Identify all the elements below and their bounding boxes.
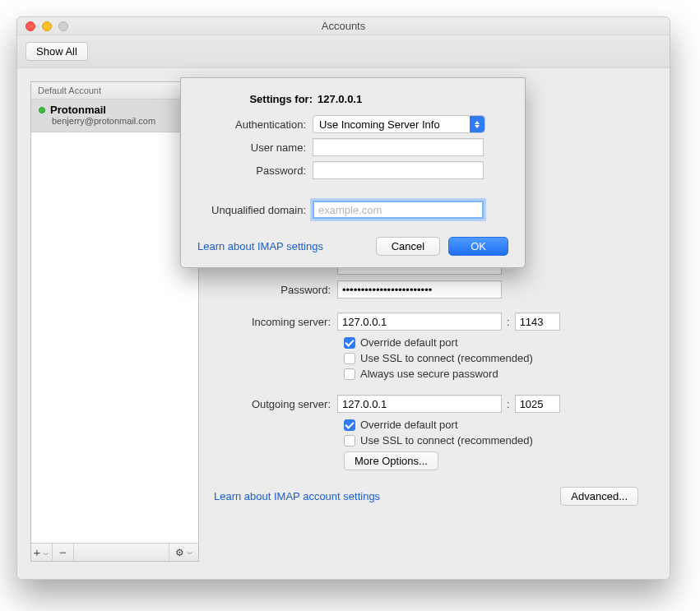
select-stepper-icon bbox=[470, 116, 484, 132]
show-all-button[interactable]: Show All bbox=[25, 42, 88, 61]
ok-button[interactable]: OK bbox=[448, 237, 508, 256]
learn-imap-settings-link[interactable]: Learn about IMAP settings bbox=[197, 240, 323, 252]
accounts-sidebar: Default Account Protonmail benjerry@prot… bbox=[30, 81, 199, 562]
learn-imap-account-link[interactable]: Learn about IMAP account settings bbox=[214, 490, 380, 502]
port-separator: : bbox=[502, 398, 515, 410]
sidebar-list: Protonmail benjerry@protonmail.com bbox=[31, 100, 198, 543]
incoming-secure-password-checkbox[interactable]: Always use secure password bbox=[344, 368, 642, 380]
checkbox-icon bbox=[344, 353, 355, 364]
username-field[interactable] bbox=[313, 138, 484, 156]
checkbox-icon bbox=[344, 337, 355, 349]
checkbox-icon bbox=[344, 368, 355, 380]
checkbox-icon bbox=[344, 435, 355, 447]
cancel-button[interactable]: Cancel bbox=[376, 237, 440, 256]
outgoing-port-field[interactable] bbox=[515, 395, 560, 413]
smtp-settings-sheet: Settings for: 127.0.0.1 Authentication: … bbox=[180, 77, 526, 268]
settings-for-label: Settings for: bbox=[197, 93, 313, 105]
window-title: Accounts bbox=[17, 20, 670, 32]
titlebar: Accounts bbox=[17, 17, 670, 35]
sidebar-footer: + − bbox=[31, 543, 198, 561]
settings-for-value: 127.0.0.1 bbox=[318, 93, 362, 105]
account-name: Protonmail bbox=[50, 104, 106, 116]
authentication-label: Authentication: bbox=[197, 118, 313, 131]
sheet-password-field[interactable] bbox=[313, 161, 484, 179]
sidebar-header: Default Account bbox=[31, 82, 198, 100]
incoming-server-field[interactable] bbox=[337, 312, 502, 331]
incoming-ssl-checkbox[interactable]: Use SSL to connect (recommended) bbox=[344, 352, 642, 364]
status-online-icon bbox=[39, 107, 45, 113]
authentication-select[interactable]: Use Incoming Server Info bbox=[313, 115, 485, 133]
unqualified-domain-field[interactable] bbox=[313, 201, 484, 219]
username-label: User name: bbox=[197, 141, 313, 154]
more-options-button[interactable]: More Options... bbox=[344, 451, 438, 470]
outgoing-server-label: Outgoing server: bbox=[214, 398, 337, 410]
sidebar-actions-button[interactable] bbox=[169, 544, 198, 561]
outgoing-server-field[interactable] bbox=[337, 395, 502, 413]
chevron-down-icon bbox=[40, 545, 49, 559]
sheet-password-label: Password: bbox=[197, 164, 313, 177]
sidebar-item-protonmail[interactable]: Protonmail benjerry@protonmail.com bbox=[31, 100, 198, 132]
add-account-button[interactable]: + bbox=[31, 544, 53, 561]
accounts-window: Accounts Show All Default Account Proton… bbox=[16, 16, 670, 580]
port-separator: : bbox=[502, 316, 515, 328]
authentication-value: Use Incoming Server Info bbox=[319, 118, 440, 131]
unqualified-domain-label: Unqualified domain: bbox=[197, 204, 313, 216]
toolbar: Show All bbox=[17, 35, 670, 68]
gear-icon bbox=[175, 547, 184, 558]
advanced-button[interactable]: Advanced... bbox=[560, 487, 638, 506]
incoming-server-label: Incoming server: bbox=[214, 316, 337, 328]
outgoing-ssl-checkbox[interactable]: Use SSL to connect (recommended) bbox=[344, 434, 642, 447]
checkbox-icon bbox=[344, 419, 355, 431]
remove-account-button[interactable]: − bbox=[53, 544, 74, 561]
outgoing-override-port-checkbox[interactable]: Override default port bbox=[344, 419, 642, 431]
password-field[interactable] bbox=[337, 280, 502, 299]
chevron-down-icon bbox=[184, 547, 193, 558]
incoming-port-field[interactable] bbox=[515, 312, 560, 331]
account-address: benjerry@protonmail.com bbox=[39, 116, 191, 126]
password-label: Password: bbox=[214, 284, 337, 296]
incoming-override-port-checkbox[interactable]: Override default port bbox=[344, 336, 642, 349]
